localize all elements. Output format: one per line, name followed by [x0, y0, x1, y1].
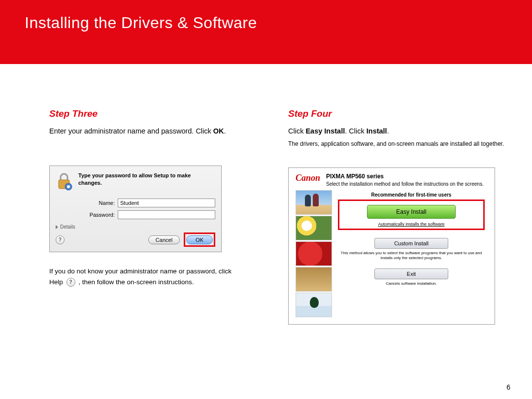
lock-icon [56, 172, 73, 192]
auth-dialog: Type your password to allow Setup to mak… [49, 166, 222, 252]
disclosure-triangle-icon [56, 225, 58, 229]
ok-highlight-box: OK [184, 233, 215, 247]
easy-install-highlight-box: Easy Install Automatically installs the … [338, 200, 485, 230]
thumbnail-image [296, 216, 332, 240]
canon-logo: Canon [296, 173, 320, 183]
ip4: . [387, 127, 389, 135]
thumbnail-image [296, 267, 332, 292]
thumbnail-image [296, 190, 332, 215]
step-four-instruction: Click Easy Install. Click Install. [288, 126, 507, 136]
instr-text: Enter your administrator name and passwo… [49, 127, 213, 135]
step-three-heading: Step Three [49, 108, 268, 119]
name-input[interactable] [118, 199, 215, 207]
exit-button[interactable]: Exit [374, 268, 448, 279]
slide-content: Step Three Enter your administrator name… [0, 64, 532, 325]
cancel-button[interactable]: Cancel [148, 235, 180, 244]
column-step-four: Step Four Click Easy Install. Click Inst… [288, 108, 507, 325]
step-four-subnote: The drivers, application software, and o… [288, 140, 507, 148]
easy-install-subtext: Automatically installs the software [343, 222, 479, 227]
auth-dialog-message: Type your password to allow Setup to mak… [78, 172, 215, 186]
step-three-note: If you do not know your administrator na… [49, 266, 246, 287]
instr-bold: OK [213, 127, 224, 135]
name-label: Name: [80, 200, 115, 206]
column-step-three: Step Three Enter your administrator name… [49, 108, 268, 325]
product-subtext: Select the installation method and follo… [326, 181, 484, 187]
product-name: PIXMA MP560 series [326, 173, 484, 180]
ok-button[interactable]: OK [186, 235, 213, 244]
password-label: Password: [80, 212, 115, 218]
ip1: Easy Install [305, 127, 345, 135]
slide-title: Installing the Drivers & Software [25, 14, 507, 32]
note-text-post: , then follow the on-screen instructions… [78, 278, 194, 286]
installer-window: Canon PIXMA MP560 series Select the inst… [288, 167, 495, 325]
password-input[interactable] [118, 210, 215, 219]
ip2: . Click [345, 127, 366, 135]
thumbnail-strip [296, 190, 332, 317]
custom-install-button[interactable]: Custom Install [374, 238, 448, 249]
page-number: 6 [506, 383, 510, 391]
help-icon[interactable]: ? [56, 235, 65, 244]
thumbnail-image [296, 293, 332, 317]
custom-install-subtext: This method allows you to select the sof… [338, 251, 485, 261]
details-toggle[interactable]: Details [56, 224, 215, 230]
instr-text-end: . [224, 127, 226, 135]
step-three-instruction: Enter your administrator name and passwo… [49, 126, 268, 136]
help-icon-inline: ? [66, 278, 75, 287]
exit-subtext: Cancels software installation. [338, 281, 485, 286]
thumbnail-image [296, 241, 332, 266]
step-four-heading: Step Four [288, 108, 507, 119]
details-label: Details [60, 224, 75, 230]
ip3: Install [366, 127, 387, 135]
ip0: Click [288, 127, 305, 135]
easy-install-button[interactable]: Easy Install [367, 205, 456, 219]
recommended-label: Recommended for first-time users [338, 192, 485, 198]
slide-header: Installing the Drivers & Software [0, 0, 532, 64]
